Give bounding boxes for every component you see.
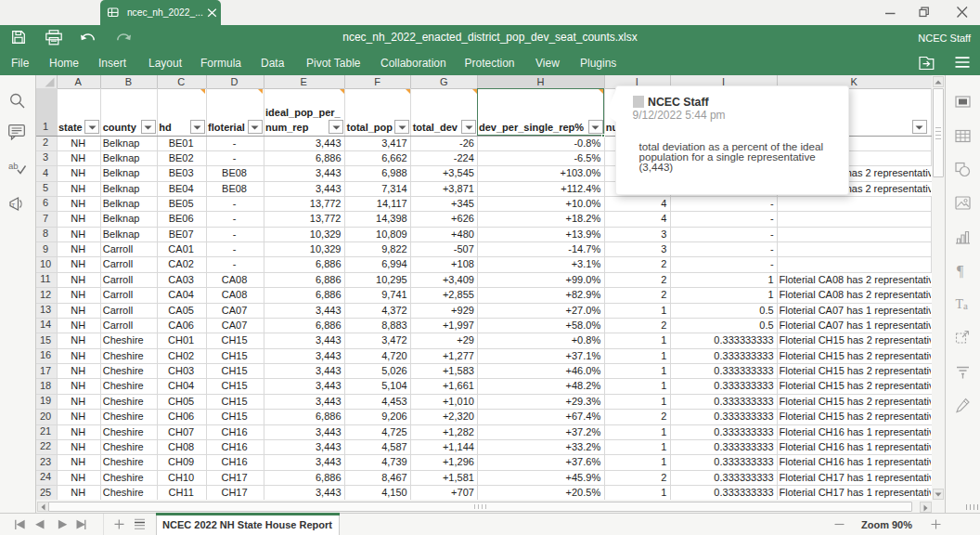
svg-text:ab: ab [8,161,19,171]
svg-text:T: T [11,202,15,208]
svg-text:a: a [963,300,968,311]
svg-text:¶: ¶ [957,263,964,279]
